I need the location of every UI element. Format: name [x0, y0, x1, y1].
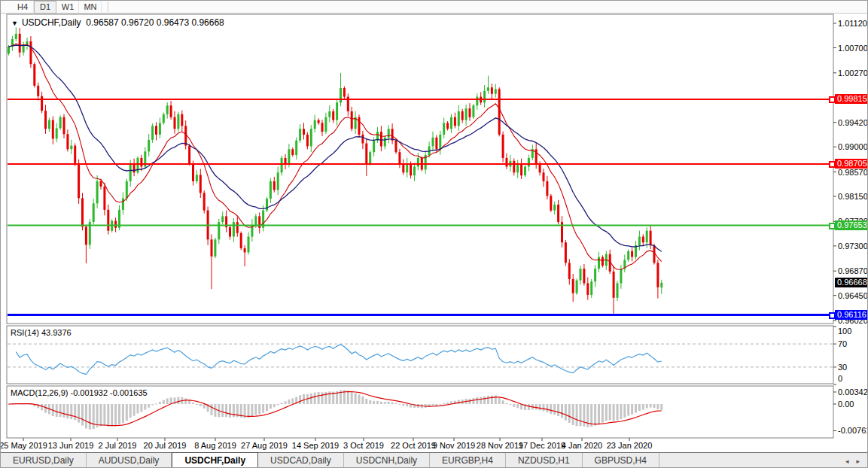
candle-body — [516, 164, 519, 173]
macd-histogram-bar — [347, 391, 349, 404]
candle-body — [306, 135, 309, 147]
candle-body — [203, 193, 206, 210]
candle-body — [37, 86, 39, 96]
candle-body — [642, 237, 644, 243]
macd-histogram-bar — [613, 404, 615, 421]
macd-histogram-bar — [211, 404, 213, 415]
price-axis-label: 1.00700 — [838, 44, 868, 53]
price-axis-label: 0.96450 — [838, 291, 868, 300]
price-axis-label: 1.00270 — [838, 68, 868, 77]
candle-body — [170, 105, 172, 117]
candle-body — [244, 248, 246, 252]
price-level-drag-handle[interactable] — [829, 312, 836, 319]
macd-histogram-bar — [273, 404, 276, 407]
candle-body — [546, 181, 548, 196]
candle-body — [133, 164, 136, 173]
macd-histogram-bar — [650, 404, 652, 408]
candle-body — [520, 164, 522, 176]
macd-histogram-bar — [576, 404, 578, 426]
macd-axis-label: 0.003428 — [838, 387, 868, 397]
macd-histogram-bar — [602, 404, 604, 423]
candle-body — [446, 123, 449, 129]
candle-body — [465, 108, 468, 120]
symbol-tab-eurusd[interactable]: EURUSD,Daily — [1, 453, 87, 468]
candle-body — [44, 111, 47, 129]
price-level-drag-handle[interactable] — [829, 223, 836, 229]
candle-body — [96, 181, 99, 203]
macd-histogram-bar — [314, 393, 316, 404]
candle-body — [15, 34, 17, 39]
symbol-tab-usdcnh[interactable]: USDCNH,Daily — [344, 453, 430, 468]
ma-fast-line — [9, 44, 662, 269]
symbol-tab-audusd[interactable]: AUDUSD,Daily — [87, 453, 172, 468]
macd-histogram-bar — [656, 404, 659, 409]
candle-body — [435, 138, 437, 150]
price-axis-label: 0.98570 — [838, 168, 868, 177]
candle-body — [177, 114, 179, 129]
macd-histogram-bar — [44, 404, 47, 413]
macd-histogram-bar — [229, 404, 231, 418]
candle-body — [211, 239, 213, 257]
chart-title: ▼USDCHF,Daily 0.96587 0.96720 0.96473 0.… — [11, 17, 224, 28]
candle-body — [557, 205, 559, 222]
candle-body — [129, 164, 132, 181]
symbol-tab-eurgbp[interactable]: EURGBP,H4 — [430, 453, 506, 468]
symbol-tab-gbpusd[interactable]: GBPUSD,H4 — [583, 453, 659, 468]
macd-histogram-bar — [318, 392, 320, 404]
macd-histogram-bar — [498, 397, 501, 404]
candle-body — [240, 233, 242, 248]
macd-histogram-bar — [638, 404, 641, 411]
macd-histogram-bar — [41, 404, 43, 410]
candle-body — [114, 221, 117, 228]
macd-histogram-bar — [66, 404, 69, 418]
symbol-tab-usdcad[interactable]: USDCAD,Daily — [258, 453, 344, 468]
macd-axis-label: -0.007615 — [838, 426, 868, 435]
macd-histogram-bar — [483, 397, 486, 404]
candle-body — [174, 117, 176, 129]
macd-histogram-bar — [170, 397, 172, 404]
candle-body — [598, 257, 600, 269]
candle-body — [395, 141, 397, 153]
candle-body — [495, 90, 497, 94]
candle-body — [48, 120, 50, 129]
macd-histogram-bar — [122, 404, 124, 423]
tab-scroll-right-icon[interactable]: ▸ — [856, 457, 860, 465]
rsi-line — [16, 345, 662, 375]
candle-body — [291, 149, 294, 155]
macd-histogram-bar — [56, 404, 58, 417]
candle-body — [229, 227, 231, 236]
macd-histogram-bar — [96, 404, 99, 427]
candle-body — [646, 231, 648, 243]
tab-scroll-left-icon[interactable]: ◂ — [845, 457, 849, 465]
date-axis-label: 17 Dec 2019 — [519, 441, 565, 450]
date-axis-label: 9 Nov 2019 — [433, 441, 475, 450]
macd-histogram-bar — [376, 401, 379, 404]
price-level-drag-handle[interactable] — [829, 161, 836, 168]
macd-histogram-bar — [491, 396, 493, 404]
symbol-dropdown-icon[interactable]: ▼ — [11, 20, 18, 27]
macd-histogram-bar — [398, 404, 400, 405]
candle-body — [454, 117, 456, 126]
candle-body — [528, 158, 530, 167]
macd-histogram-bar — [406, 404, 408, 406]
rsi-axis-label: 70 — [838, 339, 847, 348]
candle-body — [631, 251, 633, 257]
symbol-tab-usdchf[interactable]: USDCHF,Daily — [172, 452, 258, 468]
macd-histogram-bar — [111, 404, 113, 426]
candle-body — [358, 117, 361, 135]
price-axis-label: 0.99420 — [838, 118, 868, 127]
candle-body — [192, 164, 194, 181]
candle-body — [137, 158, 139, 172]
candle-body — [388, 129, 390, 138]
mt4-window: H4D1W1MN ▼USDCHF,Daily 0.96587 0.96720 0… — [0, 0, 868, 468]
candle-body — [85, 226, 87, 245]
macd-histogram-bar — [254, 404, 257, 415]
macd-histogram-bar — [391, 403, 394, 405]
candle-body — [33, 64, 35, 86]
symbol-tab-nzdusd[interactable]: NZDUSD,H1 — [506, 453, 583, 468]
macd-histogram-bar — [177, 397, 179, 404]
price-level-drag-handle[interactable] — [829, 96, 836, 103]
candle-body — [288, 149, 290, 163]
chart-canvas[interactable] — [1, 1, 868, 468]
candle-body — [107, 210, 109, 231]
